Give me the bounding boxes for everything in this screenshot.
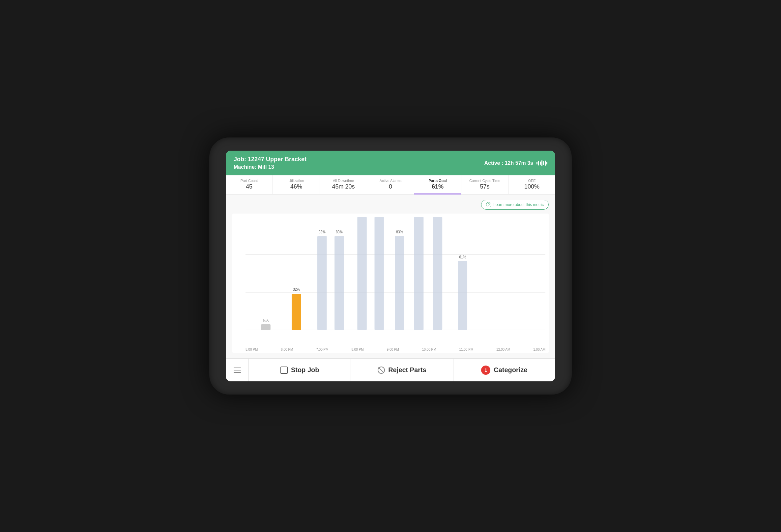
stop-job-button[interactable]: Stop Job <box>249 359 351 381</box>
header: Job: 12247 Upper Bracket Machine: Mill 1… <box>226 151 555 175</box>
reject-parts-label: Reject Parts <box>388 366 426 374</box>
x-label-5pm: 5:00 PM <box>246 348 258 352</box>
job-title: Job: 12247 Upper Bracket <box>234 156 306 163</box>
x-label-8pm: 8:00 PM <box>351 348 364 352</box>
metric-all-downtime[interactable]: All Downtime 45m 20s <box>320 175 367 194</box>
svg-rect-26 <box>458 261 467 330</box>
metrics-bar: Part Count 45 Utilization 46% All Downti… <box>226 175 555 195</box>
metric-cycle-time-label: Current Cycle Time <box>465 179 504 182</box>
content-area: ? Learn more about this metric 0 2 4 6 <box>226 195 555 358</box>
x-axis-labels: 5:00 PM 6:00 PM 7:00 PM 8:00 PM 9:00 PM … <box>246 346 545 353</box>
metric-parts-goal[interactable]: Parts Goal 61% <box>414 175 461 195</box>
svg-rect-12 <box>317 236 327 330</box>
x-label-11pm: 11:00 PM <box>459 348 473 352</box>
learn-more-label: Learn more about this metric <box>493 202 544 207</box>
x-label-12am: 12:00 AM <box>496 348 510 352</box>
tablet-frame: Job: 12247 Upper Bracket Machine: Mill 1… <box>209 137 572 395</box>
metric-cycle-time-value: 57s <box>465 183 504 190</box>
svg-rect-22 <box>414 217 423 330</box>
stop-job-label: Stop Job <box>291 366 319 374</box>
metric-active-alarms-label: Active Alarms <box>371 179 410 182</box>
metric-oee-value: 100% <box>512 183 551 190</box>
question-icon: ? <box>486 202 491 207</box>
x-label-10pm: 10:00 PM <box>422 348 436 352</box>
categorize-label: Categorize <box>494 366 527 374</box>
active-time-label: Active : 12h 57m 3s <box>484 160 533 166</box>
svg-text:N/A: N/A <box>263 318 269 322</box>
bottom-bar: Stop Job Reject Parts 1 Categorize <box>226 358 555 381</box>
waveform-icon <box>536 160 547 166</box>
svg-rect-16 <box>357 217 366 330</box>
machine-title: Machine: Mill 13 <box>234 164 306 170</box>
metric-utilization-label: Utilization <box>277 179 316 182</box>
menu-button[interactable] <box>226 359 249 381</box>
x-label-7pm: 7:00 PM <box>316 348 328 352</box>
reject-icon <box>378 367 385 374</box>
metric-oee[interactable]: OEE 100% <box>508 175 555 194</box>
stop-icon <box>280 367 288 374</box>
metric-part-count-value: 45 <box>230 183 269 190</box>
metric-parts-goal-label: Parts Goal <box>418 179 457 182</box>
learn-more-button[interactable]: ? Learn more about this metric <box>481 200 549 210</box>
categorize-badge: 1 <box>481 366 490 375</box>
metric-active-alarms[interactable]: Active Alarms 0 <box>367 175 414 194</box>
metric-part-count-label: Part Count <box>230 179 269 182</box>
svg-rect-20 <box>395 236 404 330</box>
metric-utilization-value: 46% <box>277 183 316 190</box>
metric-current-cycle-time[interactable]: Current Cycle Time 57s <box>461 175 508 194</box>
metric-all-downtime-label: All Downtime <box>324 179 363 182</box>
svg-rect-8 <box>261 324 270 330</box>
chart-container: 0 2 4 6 N/A 32% 83% 83% <box>232 214 549 353</box>
learn-more-row: ? Learn more about this metric <box>232 200 549 210</box>
svg-text:83%: 83% <box>396 230 403 234</box>
x-label-1am: 1:00 AM <box>533 348 545 352</box>
x-label-6pm: 6:00 PM <box>281 348 293 352</box>
metric-parts-goal-value: 61% <box>418 183 457 190</box>
active-status: Active : 12h 57m 3s <box>484 160 547 166</box>
bar-chart: 0 2 4 6 N/A 32% 83% 83% <box>246 217 545 345</box>
metric-active-alarms-value: 0 <box>371 183 410 190</box>
svg-rect-14 <box>334 236 344 330</box>
categorize-button[interactable]: 1 Categorize <box>453 359 555 381</box>
hamburger-icon <box>234 368 241 373</box>
reject-parts-button[interactable]: Reject Parts <box>351 359 453 381</box>
svg-rect-10 <box>292 294 301 330</box>
svg-text:32%: 32% <box>293 287 300 291</box>
metric-part-count[interactable]: Part Count 45 <box>226 175 273 194</box>
metric-oee-label: OEE <box>512 179 551 182</box>
metric-all-downtime-value: 45m 20s <box>324 183 363 190</box>
svg-rect-24 <box>433 217 442 330</box>
svg-text:83%: 83% <box>336 230 343 234</box>
svg-text:83%: 83% <box>319 230 326 234</box>
metric-utilization[interactable]: Utilization 46% <box>273 175 320 194</box>
svg-rect-18 <box>374 217 383 330</box>
tablet-screen: Job: 12247 Upper Bracket Machine: Mill 1… <box>226 151 555 381</box>
svg-text:61%: 61% <box>459 255 466 259</box>
x-label-9pm: 9:00 PM <box>387 348 399 352</box>
